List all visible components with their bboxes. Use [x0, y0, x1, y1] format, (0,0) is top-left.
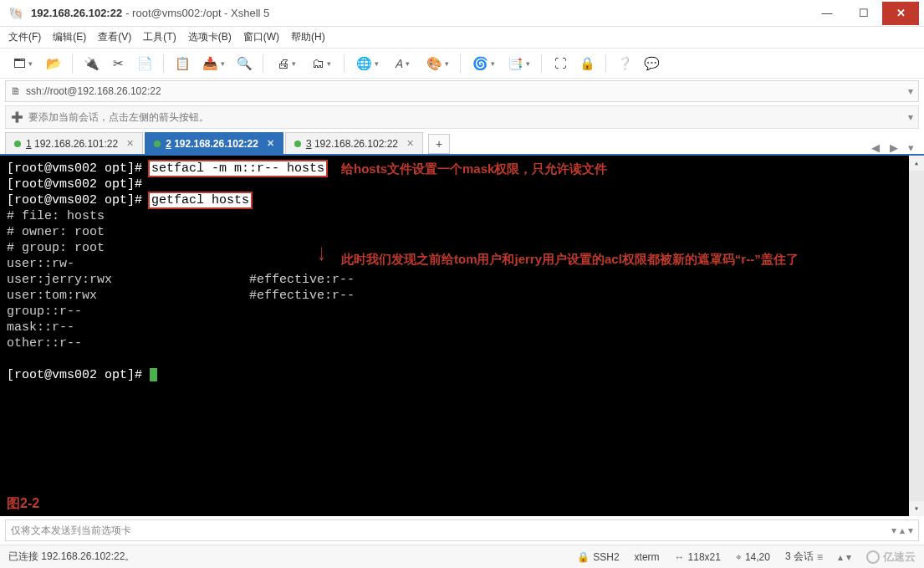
font-button[interactable]: 𝘈 [386, 53, 418, 74]
tab-strip: 1 192.168.26.101:22 ✕ 2 192.168.26.102:2… [0, 132, 924, 156]
status-pos: 14,20 [745, 551, 770, 563]
more-button[interactable]: 📑 [503, 53, 534, 74]
prompt: [root@vms002 opt]# [7, 161, 150, 176]
chat-button[interactable]: 💬 [640, 53, 663, 74]
disconnect-button[interactable]: ✂ [106, 53, 130, 74]
prompt: [root@vms002 opt]# [7, 368, 150, 382]
tab-label: 1 192.168.26.101:22 [26, 138, 118, 150]
hint-text: 要添加当前会话，点击左侧的箭头按钮。 [28, 110, 209, 125]
menu-tabs[interactable]: 选项卡(B) [188, 30, 232, 44]
annotation-text: 给hosts文件设置一个mask权限，只允许读文件 [341, 161, 607, 177]
status-term: xterm [635, 551, 660, 563]
status-dot-icon [14, 141, 21, 147]
menu-tools[interactable]: 工具(T) [143, 30, 176, 44]
tab-close-icon[interactable]: ✕ [126, 138, 134, 149]
arrow-down-icon: ↓ [317, 246, 327, 262]
terminal-line: user:jerry:rwx#effective:r-- [7, 272, 917, 288]
cursor-pos-icon: ⌖ [736, 551, 742, 563]
status-connection: 已连接 192.168.26.102:22。 [8, 550, 135, 564]
hint-dropdown-icon[interactable]: ▾ [908, 111, 913, 123]
status-sessions: 3 会话 [785, 550, 814, 564]
prompt: [root@vms002 opt]# [7, 177, 142, 192]
status-protocol: SSH2 [593, 551, 619, 563]
menu-window[interactable]: 窗口(W) [243, 30, 279, 44]
scroll-down-icon[interactable]: ▾ [908, 525, 913, 536]
fullscreen-button[interactable]: ⛶ [549, 53, 572, 74]
tab-menu-icon[interactable]: ▾ [903, 141, 919, 154]
annotation-text: 此时我们发现之前给tom用户和jerry用户设置的acl权限都被新的遮罩码“r-… [341, 251, 799, 267]
input-placeholder: 仅将文本发送到当前选项卡 [11, 524, 131, 538]
tab-session-1[interactable]: 1 192.168.26.101:22 ✕ [5, 132, 143, 154]
terminal[interactable]: [root@vms002 opt]# setfacl -m m::r-- hos… [0, 156, 924, 516]
tools-button[interactable]: 🌀 [467, 53, 499, 74]
find-button[interactable]: 🔍 [232, 53, 256, 74]
scroll-up-icon[interactable]: ▴ [909, 156, 924, 171]
separator [163, 54, 164, 73]
menu-bar: 文件(F) 编辑(E) 查看(V) 工具(T) 选项卡(B) 窗口(W) 帮助(… [0, 27, 924, 49]
tab-nav-right-icon[interactable]: ▶ [885, 141, 903, 154]
close-button[interactable]: ✕ [882, 2, 919, 25]
tab-close-icon[interactable]: ✕ [267, 138, 274, 149]
properties-button[interactable]: 📄 [133, 53, 156, 74]
lock-icon: 🔒 [577, 551, 590, 563]
separator [344, 54, 345, 73]
cloud-icon [866, 550, 880, 564]
new-session-button[interactable]: 🗔 [7, 53, 38, 74]
cursor-icon [150, 368, 157, 381]
terminal-line: mask::r-- [7, 320, 917, 335]
separator [460, 54, 461, 73]
address-bar[interactable]: 🗎 ssh://root@192.168.26.102:22 ▾ [5, 80, 919, 102]
terminal-line: user:tom:rwx#effective:r-- [7, 288, 917, 304]
terminal-scrollbar[interactable]: ▴ ▾ [909, 156, 924, 516]
print-button[interactable]: 🖨 [270, 53, 302, 74]
address-url: ssh://root@192.168.26.102:22 [26, 85, 161, 97]
menu-file[interactable]: 文件(F) [8, 30, 41, 44]
terminal-line: other::r-- [7, 335, 917, 351]
maximize-button[interactable]: ☐ [845, 2, 882, 25]
tab-close-icon[interactable]: ✕ [406, 138, 414, 149]
tab-add-button[interactable]: + [428, 134, 450, 154]
lock-icon: 🗎 [11, 85, 21, 97]
status-size: 118x21 [688, 551, 721, 563]
tab-nav-left-icon[interactable]: ◀ [866, 141, 885, 154]
terminal-line: # owner: root [7, 224, 917, 240]
toolbar: 🗔 📂 🔌 ✂ 📄 📋 📥 🔍 🖨 🗂 🌐 𝘈 🎨 🌀 📑 ⛶ 🔒 ❔ 💬 [0, 49, 924, 79]
status-dot-icon [294, 141, 301, 147]
prompt: [root@vms002 opt]# [7, 193, 150, 207]
title-host: 192.168.26.102:22 [31, 7, 122, 19]
folder-button[interactable]: 🗂 [305, 53, 337, 74]
separator [605, 54, 606, 73]
tab-label: 3 192.168.26.102:22 [306, 138, 398, 150]
menu-view[interactable]: 查看(V) [98, 30, 131, 44]
highlighted-command: setfacl -m m::r-- hosts [150, 161, 326, 176]
copy-button[interactable]: 📋 [171, 53, 194, 74]
minimize-button[interactable]: — [809, 2, 845, 25]
title-sub: - root@vms002:/opt - Xshell 5 [125, 7, 269, 19]
add-session-icon[interactable]: ➕ [11, 111, 23, 123]
address-dropdown-icon[interactable]: ▾ [908, 85, 913, 97]
help-button[interactable]: ❔ [613, 53, 636, 74]
paste-button[interactable]: 📥 [197, 53, 229, 74]
send-input-bar[interactable]: 仅将文本发送到当前选项卡 ▾ ▴ ▾ [5, 519, 919, 541]
open-session-button[interactable]: 📂 [42, 53, 65, 74]
tab-session-3[interactable]: 3 192.168.26.102:22 ✕ [285, 132, 423, 154]
globe-button[interactable]: 🌐 [351, 53, 383, 74]
hint-bar: ➕ 要添加当前会话，点击左侧的箭头按钮。 ▾ [5, 105, 919, 129]
input-dropdown-icon[interactable]: ▾ [891, 525, 896, 536]
terminal-line: group::r-- [7, 304, 917, 320]
status-dot-icon [154, 141, 161, 147]
menu-edit[interactable]: 编辑(E) [53, 30, 86, 44]
color-button[interactable]: 🎨 [421, 53, 453, 74]
size-icon: ↔ [675, 551, 685, 563]
scroll-up-icon[interactable]: ▴ [900, 525, 905, 536]
separator [263, 54, 263, 73]
status-bar: 已连接 192.168.26.102:22。 🔒SSH2 xterm ↔118x… [0, 545, 924, 568]
caps-up-icon: ▴ [838, 551, 843, 563]
reconnect-button[interactable]: 🔌 [79, 53, 103, 74]
sessions-dropdown-icon[interactable]: ≡ [817, 551, 823, 563]
menu-help[interactable]: 帮助(H) [291, 30, 325, 44]
scroll-down-icon[interactable]: ▾ [909, 501, 924, 516]
lock-button[interactable]: 🔒 [575, 53, 599, 74]
separator [72, 54, 73, 73]
tab-session-2[interactable]: 2 192.168.26.102:22 ✕ [145, 132, 283, 154]
